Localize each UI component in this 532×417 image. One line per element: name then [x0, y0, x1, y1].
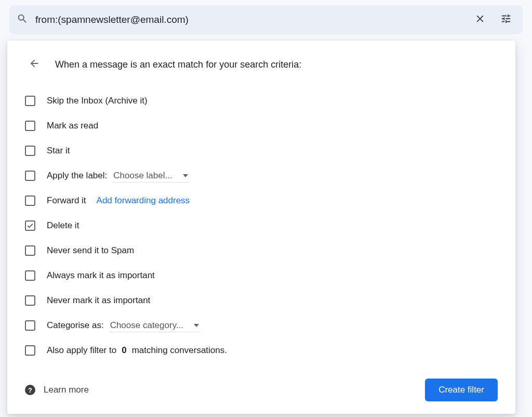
arrow-left-icon [29, 58, 40, 71]
option-skip-inbox: Skip the Inbox (Archive it) [25, 88, 498, 113]
panel-header: When a message is an exact match for you… [25, 55, 498, 74]
option-never-important: Never mark it as important [25, 288, 498, 313]
filter-options: Skip the Inbox (Archive it) Mark as read… [25, 88, 498, 363]
tune-icon [500, 13, 512, 27]
learn-more-label: Learn more [44, 385, 89, 395]
option-label-text: Categorise as: [47, 320, 104, 331]
check-icon [26, 222, 34, 229]
dropdown-value: Choose label... [113, 171, 172, 181]
checkbox-apply-label[interactable] [25, 171, 35, 181]
label-dropdown[interactable]: Choose label... [112, 170, 189, 183]
panel-title: When a message is an exact match for you… [55, 59, 301, 70]
panel-footer: ? Learn more Create filter [25, 379, 498, 401]
search-icon [17, 13, 28, 27]
checkbox-always-important[interactable] [25, 270, 35, 281]
checkbox-never-spam[interactable] [25, 245, 35, 256]
clear-search-button[interactable] [471, 10, 489, 29]
add-forwarding-link[interactable]: Add forwarding address [97, 196, 190, 206]
option-mark-read: Mark as read [25, 113, 498, 138]
category-dropdown[interactable]: Choose category... [109, 319, 200, 332]
option-also-apply: Also apply filter to 0 matching conversa… [25, 338, 498, 363]
search-bar: from:(spamnewsletter@email.com) [9, 5, 523, 34]
option-label: Forward it Add forwarding address [47, 196, 190, 206]
checkbox-skip-inbox[interactable] [25, 96, 35, 106]
dropdown-value: Choose category... [110, 320, 183, 331]
back-button[interactable] [25, 55, 44, 74]
checkbox-mark-read[interactable] [25, 121, 35, 131]
checkbox-delete[interactable] [25, 220, 35, 231]
option-apply-label: Apply the label: Choose label... [25, 163, 498, 188]
option-label: Also apply filter to 0 matching conversa… [47, 345, 227, 356]
help-icon: ? [25, 385, 35, 395]
chevron-down-icon [183, 174, 188, 177]
option-forward: Forward it Add forwarding address [25, 188, 498, 213]
filter-panel: When a message is an exact match for you… [7, 41, 515, 414]
option-delete: Delete it [25, 213, 498, 238]
learn-more-link[interactable]: ? Learn more [25, 385, 89, 395]
option-label: Skip the Inbox (Archive it) [47, 96, 148, 106]
checkbox-forward[interactable] [25, 196, 35, 206]
checkbox-also-apply[interactable] [25, 345, 35, 356]
option-label: Mark as read [47, 121, 98, 131]
matching-count: 0 [122, 345, 126, 356]
checkbox-never-important[interactable] [25, 295, 35, 306]
option-categorise: Categorise as: Choose category... [25, 313, 498, 338]
option-label: Never send it to Spam [47, 245, 134, 256]
close-icon [474, 13, 486, 27]
checkbox-categorise[interactable] [25, 320, 35, 331]
create-filter-button[interactable]: Create filter [425, 379, 498, 401]
search-input[interactable]: from:(spamnewsletter@email.com) [35, 14, 463, 25]
option-always-important: Always mark it as important [25, 263, 498, 288]
option-label: Categorise as: Choose category... [47, 319, 200, 332]
option-label: Never mark it as important [47, 295, 150, 306]
chevron-down-icon [194, 324, 199, 327]
option-never-spam: Never send it to Spam [25, 238, 498, 263]
option-label: Star it [47, 146, 70, 156]
option-label-text: Forward it [47, 196, 86, 206]
option-label: Delete it [47, 220, 79, 231]
search-options-button[interactable] [497, 10, 515, 29]
option-star: Star it [25, 138, 498, 163]
option-label: Always mark it as important [47, 270, 155, 281]
option-label-text: Apply the label: [47, 171, 107, 181]
checkbox-star[interactable] [25, 146, 35, 156]
option-label: Apply the label: Choose label... [47, 170, 189, 183]
also-apply-suffix: matching conversations. [132, 345, 227, 356]
also-apply-prefix: Also apply filter to [47, 345, 116, 356]
